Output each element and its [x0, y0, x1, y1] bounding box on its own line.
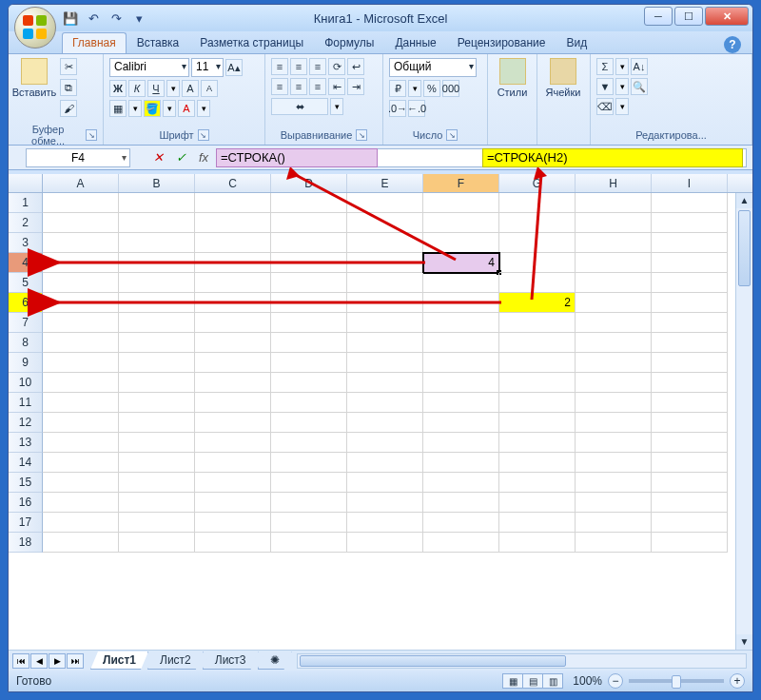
cell[interactable]	[423, 193, 499, 213]
cell[interactable]	[347, 493, 423, 513]
qat-customize-icon[interactable]: ▾	[130, 10, 147, 27]
row-header[interactable]: 2	[9, 213, 43, 233]
cell[interactable]	[423, 513, 499, 533]
cell[interactable]	[423, 273, 499, 293]
close-button[interactable]: ✕	[705, 7, 749, 26]
cell[interactable]	[119, 533, 195, 553]
cell[interactable]	[43, 533, 119, 553]
cell[interactable]	[576, 413, 652, 433]
cell[interactable]	[271, 433, 347, 453]
cell[interactable]	[499, 473, 576, 493]
cell[interactable]	[423, 353, 499, 373]
cell[interactable]	[499, 253, 576, 273]
cut-icon[interactable]: ✂	[60, 58, 77, 75]
col-header[interactable]: I	[652, 174, 728, 192]
cell[interactable]	[119, 413, 195, 433]
scroll-down-icon[interactable]: ▼	[736, 634, 752, 650]
cell[interactable]	[576, 533, 652, 553]
tab-insert[interactable]: Вставка	[127, 32, 190, 53]
align-right-icon[interactable]: ≡	[309, 78, 326, 95]
enter-formula-icon[interactable]: ✓	[170, 148, 191, 167]
clear-icon[interactable]: ⌫	[596, 98, 614, 115]
cell[interactable]	[271, 513, 347, 533]
cell[interactable]	[347, 353, 423, 373]
col-header[interactable]: F	[423, 174, 499, 192]
cell[interactable]	[271, 293, 347, 313]
cell[interactable]	[347, 473, 423, 493]
minimize-button[interactable]: ─	[644, 7, 673, 26]
currency-icon[interactable]: ₽	[389, 80, 406, 97]
format-painter-icon[interactable]: 🖌	[60, 100, 77, 117]
select-all-corner[interactable]	[9, 174, 43, 192]
row-header[interactable]: 18	[9, 533, 43, 553]
cell[interactable]	[119, 273, 195, 293]
cell[interactable]	[652, 373, 728, 393]
cell[interactable]	[347, 253, 423, 273]
tab-formulas[interactable]: Формулы	[314, 32, 384, 53]
cell[interactable]	[195, 213, 271, 233]
col-header[interactable]: G	[499, 174, 576, 192]
cell[interactable]	[652, 293, 728, 313]
cell[interactable]	[423, 213, 499, 233]
cell[interactable]	[195, 473, 271, 493]
cell[interactable]	[576, 373, 652, 393]
cell[interactable]	[195, 233, 271, 253]
cell[interactable]: 2	[499, 293, 576, 313]
cell[interactable]	[499, 413, 576, 433]
row-header[interactable]: 16	[9, 493, 43, 513]
cell[interactable]	[43, 373, 119, 393]
cell[interactable]	[195, 493, 271, 513]
cell[interactable]	[347, 533, 423, 553]
row-header[interactable]: 8	[9, 333, 43, 353]
font-size-combo[interactable]: 11	[191, 58, 224, 77]
cell[interactable]	[576, 213, 652, 233]
cell[interactable]	[652, 273, 728, 293]
cell[interactable]	[119, 393, 195, 413]
cell[interactable]	[119, 213, 195, 233]
zoom-value[interactable]: 100%	[573, 674, 602, 688]
fontcolor-dropdown[interactable]: ▾	[197, 100, 210, 117]
bold-button[interactable]: Ж	[109, 80, 127, 97]
row-header[interactable]: 9	[9, 353, 43, 373]
find-icon[interactable]: 🔍	[631, 78, 648, 95]
tab-pagelayout[interactable]: Разметка страницы	[189, 32, 314, 53]
cell[interactable]	[195, 273, 271, 293]
view-pagelayout-icon[interactable]: ▤	[522, 673, 543, 689]
cell[interactable]	[119, 493, 195, 513]
underline-dropdown[interactable]: ▾	[166, 80, 180, 97]
cell[interactable]	[499, 193, 576, 213]
cell[interactable]	[423, 433, 499, 453]
cell[interactable]	[43, 193, 119, 213]
cell[interactable]	[423, 473, 499, 493]
row-header[interactable]: 14	[9, 453, 43, 473]
cell[interactable]	[43, 333, 119, 353]
comma-icon[interactable]: 000	[442, 80, 459, 97]
cell[interactable]	[271, 413, 347, 433]
cell[interactable]	[652, 213, 728, 233]
row-header[interactable]: 13	[9, 433, 43, 453]
cell[interactable]	[43, 393, 119, 413]
cell[interactable]	[499, 313, 576, 333]
merge-dropdown[interactable]: ▾	[330, 98, 343, 115]
cell[interactable]	[195, 253, 271, 273]
cell[interactable]	[271, 533, 347, 553]
cell[interactable]	[652, 193, 728, 213]
fill-dropdown[interactable]: ▾	[163, 100, 176, 117]
zoom-slider[interactable]	[629, 679, 724, 683]
cell[interactable]	[423, 333, 499, 353]
tab-home[interactable]: Главная	[62, 32, 127, 53]
view-normal-icon[interactable]: ▦	[502, 673, 523, 689]
cell[interactable]	[119, 433, 195, 453]
help-icon[interactable]: ?	[724, 36, 741, 53]
cell[interactable]	[195, 533, 271, 553]
cell[interactable]	[576, 253, 652, 273]
row-header[interactable]: 6	[9, 293, 43, 313]
tab-data[interactable]: Данные	[384, 32, 446, 53]
tab-prev-icon[interactable]: ◀	[30, 653, 48, 669]
font-name-combo[interactable]: Calibri	[109, 58, 189, 77]
cell[interactable]	[119, 193, 195, 213]
cell[interactable]	[195, 353, 271, 373]
cell[interactable]	[195, 193, 271, 213]
col-header[interactable]: A	[43, 174, 119, 192]
cell[interactable]	[195, 373, 271, 393]
